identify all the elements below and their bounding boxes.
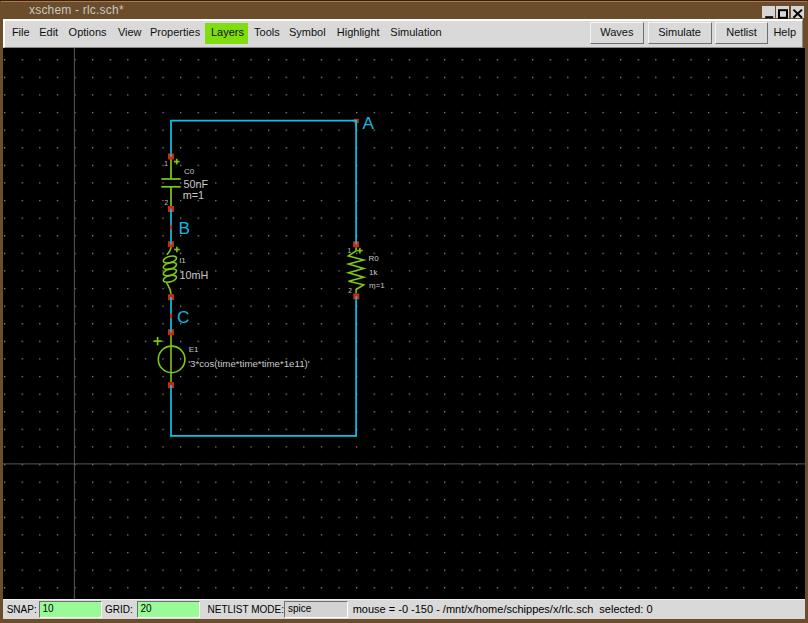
svg-text:m=1: m=1 bbox=[182, 189, 203, 201]
svg-text:10mH: 10mH bbox=[179, 268, 208, 280]
svg-text:50nF: 50nF bbox=[183, 177, 208, 189]
svg-text:A: A bbox=[362, 112, 374, 132]
svg-text:1: 1 bbox=[164, 160, 168, 167]
svg-text:2: 2 bbox=[348, 287, 352, 294]
svg-text:C: C bbox=[177, 306, 189, 326]
svg-text:2: 2 bbox=[164, 199, 168, 206]
svg-text:l1: l1 bbox=[179, 256, 186, 265]
svg-text:1k: 1k bbox=[369, 268, 378, 277]
svg-text:E1: E1 bbox=[188, 345, 198, 354]
svg-text:1: 1 bbox=[347, 246, 351, 253]
svg-text:'3*cos(time*time*time*1e11)': '3*cos(time*time*time*1e11)' bbox=[188, 358, 310, 369]
svg-text:B: B bbox=[178, 217, 189, 237]
svg-text:m=1: m=1 bbox=[369, 280, 385, 289]
svg-text:C0: C0 bbox=[184, 166, 195, 175]
svg-text:R0: R0 bbox=[368, 253, 379, 262]
